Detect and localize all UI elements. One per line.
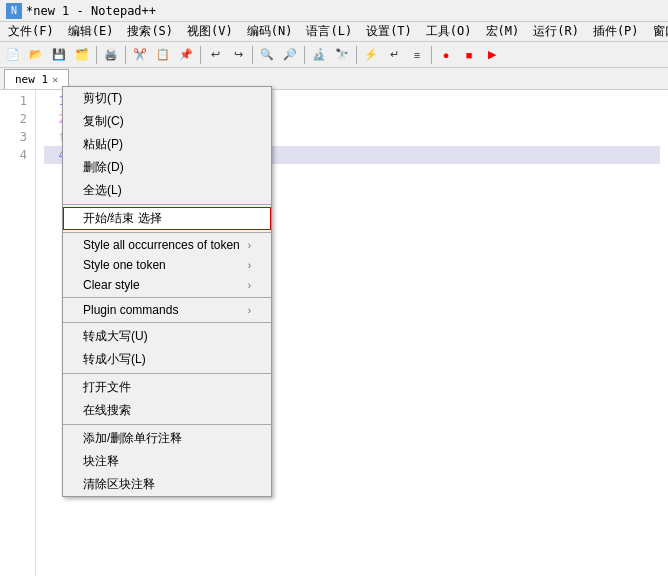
menu-macro[interactable]: 宏(M): [480, 21, 526, 42]
toolbar-zoomout[interactable]: 🔭: [331, 44, 353, 66]
toolbar-sep-3: [200, 46, 201, 64]
ctx-clear-style[interactable]: Clear style ›: [63, 275, 271, 295]
toolbar-sep-7: [431, 46, 432, 64]
ctx-selectall[interactable]: 全选(L): [63, 179, 271, 202]
toolbar-find[interactable]: 🔍: [256, 44, 278, 66]
ctx-uppercase[interactable]: 转成大写(U): [63, 325, 271, 348]
toolbar-save[interactable]: 💾: [48, 44, 70, 66]
ctx-block-comment[interactable]: 块注释: [63, 450, 271, 473]
toolbar-new[interactable]: 📄: [2, 44, 24, 66]
menu-window[interactable]: 窗口(W): [647, 21, 668, 42]
ctx-paste[interactable]: 粘贴(P): [63, 133, 271, 156]
ctx-open-file[interactable]: 打开文件: [63, 376, 271, 399]
ctx-sep-3: [63, 297, 271, 298]
menu-run[interactable]: 运行(R): [527, 21, 585, 42]
toolbar-sep-4: [252, 46, 253, 64]
ctx-style-one[interactable]: Style one token ›: [63, 255, 271, 275]
toolbar-sep-1: [96, 46, 97, 64]
ctx-add-comment[interactable]: 添加/删除单行注释: [63, 427, 271, 450]
menu-plugin[interactable]: 插件(P): [587, 21, 645, 42]
ctx-sep-1: [63, 204, 271, 205]
menu-file[interactable]: 文件(F): [2, 21, 60, 42]
ctx-lowercase-label: 转成小写(L): [83, 351, 146, 368]
ctx-plugin-commands-label: Plugin commands: [83, 303, 178, 317]
ctx-open-file-label: 打开文件: [83, 379, 131, 396]
ctx-sep-4: [63, 322, 271, 323]
toolbar-indent[interactable]: ≡: [406, 44, 428, 66]
menu-settings[interactable]: 设置(T): [360, 21, 418, 42]
toolbar-sep-6: [356, 46, 357, 64]
ctx-style-all-label: Style all occurrences of token: [83, 238, 240, 252]
toolbar-redo[interactable]: ↪: [227, 44, 249, 66]
menu-bar: 文件(F) 编辑(E) 搜索(S) 视图(V) 编码(N) 语言(L) 设置(T…: [0, 22, 668, 42]
line-num-4: 4: [4, 146, 27, 164]
toolbar: 📄 📂 💾 🗂️ 🖨️ ✂️ 📋 📌 ↩ ↪ 🔍 🔎 🔬 🔭 ⚡ ↵ ≡ ● ■…: [0, 42, 668, 68]
ctx-delete[interactable]: 删除(D): [63, 156, 271, 179]
tab-close-icon[interactable]: ✕: [52, 74, 58, 85]
tab-label: new 1: [15, 73, 48, 86]
ctx-style-one-arrow: ›: [248, 260, 251, 271]
line-num-3: 3: [4, 128, 27, 146]
ctx-style-one-label: Style one token: [83, 258, 166, 272]
ctx-start-end-label: 开始/结束 选择: [83, 210, 162, 227]
toolbar-undo[interactable]: ↩: [204, 44, 226, 66]
menu-edit[interactable]: 编辑(E): [62, 21, 120, 42]
toolbar-saveall[interactable]: 🗂️: [71, 44, 93, 66]
toolbar-paste[interactable]: 📌: [175, 44, 197, 66]
toolbar-zoomin[interactable]: 🔬: [308, 44, 330, 66]
ctx-start-end-select[interactable]: 开始/结束 选择: [63, 207, 271, 230]
context-menu: 剪切(T) 复制(C) 粘贴(P) 删除(D) 全选(L) 开始/结束 选择 S…: [62, 86, 272, 497]
ctx-cut[interactable]: 剪切(T): [63, 87, 271, 110]
menu-view[interactable]: 视图(V): [181, 21, 239, 42]
toolbar-sync[interactable]: ⚡: [360, 44, 382, 66]
window-title: *new 1 - Notepad++: [26, 4, 156, 18]
ctx-add-comment-label: 添加/删除单行注释: [83, 430, 182, 447]
line-numbers: 1 2 3 4: [0, 90, 36, 576]
menu-tools[interactable]: 工具(O): [420, 21, 478, 42]
toolbar-replace[interactable]: 🔎: [279, 44, 301, 66]
ctx-delete-label: 删除(D): [83, 159, 124, 176]
ctx-sep-5: [63, 373, 271, 374]
ctx-block-comment-label: 块注释: [83, 453, 119, 470]
ctx-online-search-label: 在线搜索: [83, 402, 131, 419]
ctx-cut-label: 剪切(T): [83, 90, 122, 107]
ctx-copy[interactable]: 复制(C): [63, 110, 271, 133]
toolbar-copy[interactable]: 📋: [152, 44, 174, 66]
ctx-plugin-commands-arrow: ›: [248, 305, 251, 316]
ctx-style-all[interactable]: Style all occurrences of token ›: [63, 235, 271, 255]
toolbar-wrap[interactable]: ↵: [383, 44, 405, 66]
toolbar-print[interactable]: 🖨️: [100, 44, 122, 66]
ctx-clear-block-comment[interactable]: 清除区块注释: [63, 473, 271, 496]
toolbar-sep-5: [304, 46, 305, 64]
ctx-plugin-commands[interactable]: Plugin commands ›: [63, 300, 271, 320]
ctx-copy-label: 复制(C): [83, 113, 124, 130]
ctx-style-all-arrow: ›: [248, 240, 251, 251]
ctx-online-search[interactable]: 在线搜索: [63, 399, 271, 422]
ctx-uppercase-label: 转成大写(U): [83, 328, 148, 345]
app-icon: N: [6, 3, 22, 19]
toolbar-sep-2: [125, 46, 126, 64]
menu-search[interactable]: 搜索(S): [121, 21, 179, 42]
ctx-sep-2: [63, 232, 271, 233]
menu-lang[interactable]: 语言(L): [300, 21, 358, 42]
ctx-paste-label: 粘贴(P): [83, 136, 123, 153]
toolbar-macro-stop[interactable]: ■: [458, 44, 480, 66]
toolbar-open[interactable]: 📂: [25, 44, 47, 66]
tab-new1[interactable]: new 1 ✕: [4, 69, 69, 89]
line-num-2: 2: [4, 110, 27, 128]
ctx-clear-style-arrow: ›: [248, 280, 251, 291]
ctx-clear-style-label: Clear style: [83, 278, 140, 292]
menu-encode[interactable]: 编码(N): [241, 21, 299, 42]
ctx-sep-6: [63, 424, 271, 425]
toolbar-macro-play[interactable]: ▶: [481, 44, 503, 66]
toolbar-cut[interactable]: ✂️: [129, 44, 151, 66]
ctx-clear-block-comment-label: 清除区块注释: [83, 476, 155, 493]
ctx-lowercase[interactable]: 转成小写(L): [63, 348, 271, 371]
toolbar-macro-rec[interactable]: ●: [435, 44, 457, 66]
title-bar: N *new 1 - Notepad++: [0, 0, 668, 22]
ctx-selectall-label: 全选(L): [83, 182, 122, 199]
line-num-1: 1: [4, 92, 27, 110]
